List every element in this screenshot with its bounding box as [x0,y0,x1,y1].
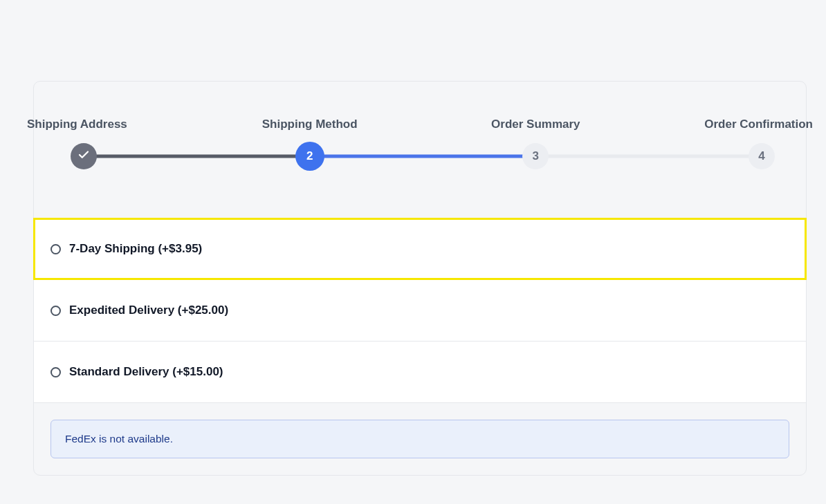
shipping-option-label: Standard Delivery (+$15.00) [69,365,223,379]
check-icon [77,149,90,165]
step-label-order-confirmation: Order Confirmation [704,118,813,131]
step-label-order-summary: Order Summary [491,118,580,131]
radio-icon [51,306,61,316]
step-dot-order-summary[interactable]: 3 [522,143,549,169]
shipping-option-7day[interactable]: 7-Day Shipping (+$3.95) [34,218,806,279]
step-number: 2 [306,149,313,163]
stepper-segment-3 [535,155,762,158]
radio-icon [51,367,61,377]
shipping-option-standard[interactable]: Standard Delivery (+$15.00) [34,341,806,403]
stepper-segment-2 [310,155,536,158]
step-number: 4 [758,149,764,163]
alert-banner: FedEx is not available. [51,420,789,458]
shipping-option-expedited[interactable]: Expedited Delivery (+$25.00) [34,279,806,341]
step-dot-shipping-method[interactable]: 2 [295,142,324,171]
stepper-track: 2 3 4 [34,142,806,170]
shipping-option-label: Expedited Delivery (+$25.00) [69,304,228,317]
shipping-options: 7-Day Shipping (+$3.95) Expedited Delive… [34,218,806,403]
stepper-segment-1 [84,155,310,158]
radio-icon [51,244,61,254]
stepper: Shipping Address Shipping Method Order S… [34,82,806,218]
step-label-shipping-method: Shipping Method [262,118,358,131]
step-label-shipping-address: Shipping Address [27,118,127,131]
checkout-card: Shipping Address Shipping Method Order S… [33,81,807,476]
stepper-labels: Shipping Address Shipping Method Order S… [34,118,806,134]
shipping-option-label: 7-Day Shipping (+$3.95) [69,242,202,256]
step-dot-order-confirmation[interactable]: 4 [749,143,775,169]
alert-message: FedEx is not available. [65,433,173,445]
step-dot-shipping-address[interactable] [71,143,97,169]
step-number: 3 [533,149,539,163]
